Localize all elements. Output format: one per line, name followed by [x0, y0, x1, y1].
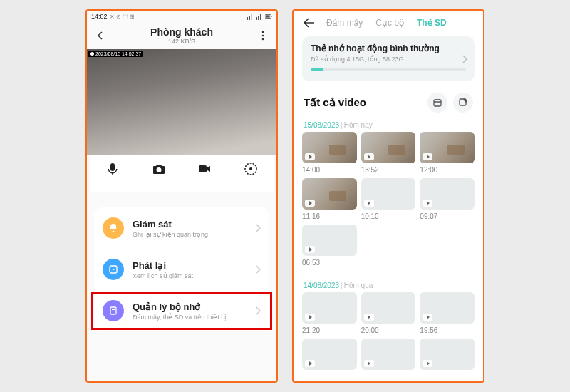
video-thumbnail[interactable]	[302, 132, 357, 163]
menu-item-subtitle: Xem lịch sử giám sát	[133, 272, 247, 279]
page-title: Phòng khách	[107, 26, 256, 38]
tab-sd[interactable]: Thẻ SD	[417, 18, 447, 28]
video-thumbnail[interactable]	[361, 292, 416, 324]
svg-rect-12	[199, 165, 207, 172]
status-icons-right	[247, 13, 272, 20]
camera-timestamp: 2023/08/15 14:02:37	[88, 51, 143, 57]
svg-rect-17	[112, 309, 115, 310]
video-thumbnail[interactable]	[361, 178, 416, 210]
video-grid: 21:2020:0019:56	[294, 292, 483, 370]
menu-item-subtitle: Đám mây, thẻ SD và trên thiết bị	[133, 314, 247, 321]
chevron-right-icon	[462, 55, 467, 63]
svg-rect-4	[258, 16, 259, 20]
chevron-right-icon	[255, 224, 261, 232]
play-icon	[364, 360, 374, 367]
bell-icon	[103, 217, 124, 239]
menu-item-title: Phát lại	[133, 260, 247, 271]
video-time-label: 19:56	[420, 326, 475, 334]
sd-status-usage: Đã sử dụng 4.15G, tổng 58.23G	[311, 56, 466, 63]
svg-point-11	[262, 38, 264, 41]
play-icon	[423, 314, 432, 321]
calendar-button[interactable]	[428, 93, 447, 113]
menu-item-playback[interactable]: Phát lại Xem lịch sử giám sát	[94, 249, 269, 290]
video-thumbnail[interactable]	[302, 178, 357, 210]
tab-local[interactable]: Cục bộ	[375, 18, 404, 28]
play-icon	[305, 246, 315, 253]
storage-icon	[103, 300, 124, 321]
play-icon	[305, 153, 315, 160]
play-icon	[364, 153, 374, 160]
storage-bar	[311, 68, 466, 71]
bitrate-label: 142 KB/S	[107, 38, 256, 45]
mic-icon[interactable]	[105, 162, 120, 176]
back-button[interactable]	[94, 31, 107, 40]
phone-screen-1: 14:02 ✕ ⊘ ⬚ ⊞ Phòng khách 142 KB/S 2023/…	[86, 9, 278, 383]
video-time-label: 09:07	[420, 212, 475, 220]
status-icons-left: ✕ ⊘ ⬚ ⊞	[110, 14, 135, 20]
play-icon	[305, 314, 315, 321]
menu-item-title: Quản lý bộ nhớ	[133, 301, 247, 312]
video-thumbnail[interactable]	[361, 132, 416, 163]
play-icon	[423, 200, 432, 207]
camera-icon[interactable]	[152, 162, 166, 176]
video-time-label: 21:20	[302, 326, 357, 334]
video-thumbnail[interactable]	[420, 178, 475, 210]
svg-rect-3	[256, 17, 257, 20]
status-bar: 14:02 ✕ ⊘ ⬚ ⊞	[87, 11, 276, 22]
date-group-label: 15/08/2023|Hôm nay	[294, 117, 483, 132]
menu-item-title: Giám sát	[133, 219, 247, 229]
video-thumbnail[interactable]	[302, 225, 357, 256]
svg-rect-5	[260, 14, 261, 20]
svg-rect-16	[110, 307, 116, 314]
play-icon	[364, 314, 374, 321]
status-time: 14:02	[91, 13, 108, 20]
video-thumbnail[interactable]	[361, 339, 416, 370]
video-thumbnail[interactable]	[420, 339, 475, 370]
dpad-icon[interactable]	[244, 162, 258, 176]
video-time-label: 14:00	[302, 166, 357, 174]
header: Phòng khách 142 KB/S	[87, 22, 276, 46]
svg-point-10	[262, 35, 264, 37]
menu-item-monitor[interactable]: Giám sát Ghi lại sự kiện quan trọng	[94, 207, 269, 249]
video-time-label: 13:52	[361, 166, 416, 174]
header: Đám mây Cục bộ Thẻ SD	[294, 11, 483, 32]
svg-rect-18	[434, 100, 441, 106]
more-button[interactable]	[256, 31, 269, 41]
video-grid: 14:0013:5212:0011:1610:1009:0706:53	[294, 132, 483, 267]
camera-live-view[interactable]: 2023/08/15 14:02:37	[87, 49, 276, 155]
sd-status-card[interactable]: Thẻ nhớ hoạt động bình thường Đã sử dụng…	[302, 36, 475, 81]
chevron-right-icon	[255, 265, 261, 274]
video-thumbnail[interactable]	[302, 339, 357, 370]
sd-status-title: Thẻ nhớ hoạt động bình thường	[311, 43, 466, 53]
svg-rect-0	[247, 17, 248, 20]
section-header: Tất cả video	[294, 81, 483, 117]
tab-cloud[interactable]: Đám mây	[326, 18, 363, 28]
video-icon[interactable]	[197, 162, 212, 176]
play-icon	[103, 259, 124, 280]
back-button[interactable]	[304, 18, 315, 28]
section-title: Tất cả video	[304, 96, 366, 109]
video-time-label: 12:00	[420, 166, 475, 174]
video-thumbnail[interactable]	[302, 292, 357, 324]
svg-rect-2	[251, 14, 252, 20]
video-thumbnail[interactable]	[420, 292, 475, 324]
svg-point-14	[249, 167, 252, 170]
date-group-label: 14/08/2023|Hôm qua	[294, 277, 483, 292]
edit-button[interactable]	[453, 93, 473, 113]
play-icon	[423, 153, 432, 160]
video-time-label: 06:53	[302, 259, 357, 267]
play-icon	[305, 200, 315, 207]
svg-rect-1	[249, 16, 250, 20]
phone-screen-2: Đám mây Cục bộ Thẻ SD Thẻ nhớ hoạt động …	[292, 9, 484, 383]
play-icon	[423, 360, 432, 367]
svg-rect-7	[266, 15, 270, 17]
svg-rect-8	[271, 16, 271, 17]
storage-tabs: Đám mây Cục bộ Thẻ SD	[326, 18, 447, 28]
menu-list: Giám sát Ghi lại sự kiện quan trọng Phát…	[94, 207, 269, 331]
play-icon	[305, 360, 315, 367]
menu-item-storage[interactable]: Quản lý bộ nhớ Đám mây, thẻ SD và trên t…	[94, 290, 269, 331]
play-icon	[364, 200, 374, 207]
chevron-right-icon	[255, 306, 261, 315]
video-time-label: 10:10	[361, 212, 416, 220]
video-thumbnail[interactable]	[420, 132, 475, 163]
